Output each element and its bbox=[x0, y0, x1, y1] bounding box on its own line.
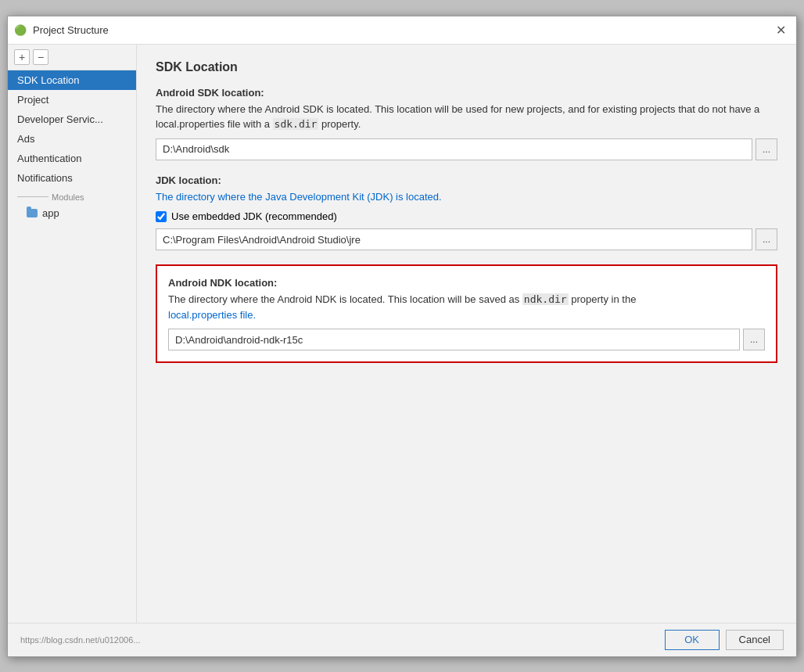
project-structure-dialog: 🟢 Project Structure ✕ + − SDK Location P… bbox=[7, 16, 797, 657]
sidebar-item-notifications[interactable]: Notifications bbox=[8, 168, 136, 188]
android-sdk-group: Android SDK location: The directory wher… bbox=[156, 87, 777, 160]
project-icon: 🟢 bbox=[14, 23, 27, 36]
sidebar-item-sdk-location[interactable]: SDK Location bbox=[8, 70, 136, 90]
remove-button[interactable]: − bbox=[33, 49, 48, 65]
android-sdk-browse-button[interactable]: ... bbox=[756, 138, 777, 160]
folder-icon bbox=[27, 209, 38, 217]
android-ndk-group: Android NDK location: The directory wher… bbox=[156, 264, 777, 363]
android-sdk-label: Android SDK location: bbox=[156, 87, 777, 99]
dialog-body: + − SDK Location Project Developer Servi… bbox=[8, 45, 796, 623]
modules-section-label: Modules bbox=[8, 188, 136, 203]
title-bar: 🟢 Project Structure ✕ bbox=[8, 16, 796, 45]
android-ndk-browse-button[interactable]: ... bbox=[743, 329, 765, 350]
jdk-group: JDK location: The directory where the Ja… bbox=[156, 174, 777, 251]
sidebar-toolbar: + − bbox=[8, 45, 136, 70]
sidebar-item-developer-services[interactable]: Developer Servic... bbox=[8, 110, 136, 129]
jdk-desc: The directory where the Java Development… bbox=[156, 189, 777, 205]
add-button[interactable]: + bbox=[14, 49, 30, 65]
sidebar-item-ads[interactable]: Ads bbox=[8, 129, 136, 149]
android-ndk-desc: The directory where the Android NDK is l… bbox=[168, 292, 765, 322]
main-content: SDK Location Android SDK location: The d… bbox=[137, 45, 796, 623]
android-sdk-input[interactable] bbox=[156, 138, 752, 160]
sidebar-item-authentication[interactable]: Authentication bbox=[8, 149, 136, 168]
use-embedded-jdk-row: Use embedded JDK (recommended) bbox=[156, 210, 777, 222]
dialog-title: Project Structure bbox=[33, 24, 109, 36]
close-button[interactable]: ✕ bbox=[771, 20, 790, 39]
sidebar-item-project[interactable]: Project bbox=[8, 90, 136, 110]
footer-link: https://blog.csdn.net/u012006... bbox=[20, 635, 141, 645]
jdk-label: JDK location: bbox=[156, 174, 777, 186]
android-ndk-input[interactable] bbox=[168, 329, 740, 350]
ok-button[interactable]: OK bbox=[665, 630, 720, 650]
sidebar: + − SDK Location Project Developer Servi… bbox=[8, 45, 137, 623]
android-ndk-input-row: ... bbox=[168, 329, 765, 350]
jdk-browse-button[interactable]: ... bbox=[756, 228, 777, 250]
use-embedded-jdk-label: Use embedded JDK (recommended) bbox=[171, 210, 337, 222]
dialog-footer: https://blog.csdn.net/u012006... OK Canc… bbox=[8, 623, 796, 656]
android-sdk-desc: The directory where the Android SDK is l… bbox=[156, 102, 777, 132]
cancel-button[interactable]: Cancel bbox=[726, 630, 784, 650]
title-bar-left: 🟢 Project Structure bbox=[14, 23, 109, 36]
android-sdk-input-row: ... bbox=[156, 138, 777, 160]
section-title: SDK Location bbox=[156, 60, 777, 74]
use-embedded-jdk-checkbox[interactable] bbox=[156, 211, 167, 222]
jdk-input-row: ... bbox=[156, 228, 777, 250]
sidebar-item-app[interactable]: app bbox=[8, 203, 136, 223]
android-ndk-label: Android NDK location: bbox=[168, 277, 765, 289]
jdk-input[interactable] bbox=[156, 228, 752, 250]
